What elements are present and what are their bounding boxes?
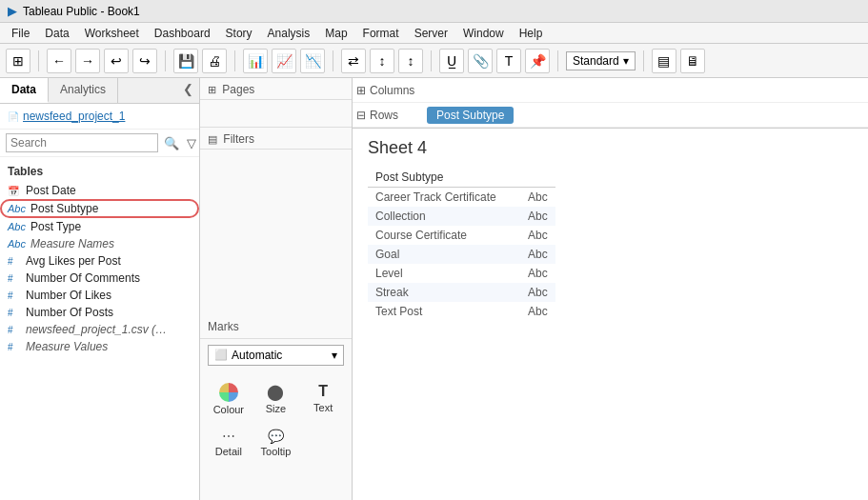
table-row: StreakAbc xyxy=(368,283,555,302)
row-name-5: Streak xyxy=(368,283,520,302)
rows-pill-post-subtype[interactable]: Post Subtype xyxy=(427,107,514,124)
tooltip-label: Tooltip xyxy=(261,446,292,457)
datasource-label[interactable]: newsfeed_project_1 xyxy=(23,110,125,123)
row-value-1: Abc xyxy=(520,207,555,226)
right-panel: ⊞ Columns ⊟ Rows Post Subtype Sheet 4 xyxy=(353,78,868,500)
main-layout: Data Analytics ❮ 📄 newsfeed_project_1 🔍 … xyxy=(0,78,868,500)
rows-shelf: ⊟ Rows Post Subtype xyxy=(353,103,868,128)
marks-buttons: Colour ⬤ Size T Text ⋯ Detail xyxy=(200,371,352,469)
row-value-5: Abc xyxy=(520,283,555,302)
menu-data[interactable]: Data xyxy=(37,25,76,42)
table-row: LevelAbc xyxy=(368,264,555,283)
toolbar-sep-1 xyxy=(38,50,39,71)
field-measure-names[interactable]: Abc Measure Names xyxy=(0,235,199,252)
menu-dashboard[interactable]: Dashboard xyxy=(147,25,218,42)
toolbar-sep-6 xyxy=(557,50,558,71)
field-num-likes[interactable]: # Number Of Likes xyxy=(0,287,199,304)
marks-detail-btn[interactable]: ⋯ Detail xyxy=(208,425,250,461)
row-value-3: Abc xyxy=(520,245,555,264)
field-measure-values[interactable]: # Measure Values xyxy=(0,338,199,355)
pages-label: ⊞ Pages xyxy=(200,78,352,100)
toolbar-pin-btn[interactable]: 📌 xyxy=(525,49,550,73)
menu-worksheet[interactable]: Worksheet xyxy=(77,25,147,42)
toolbar-chart-btn[interactable]: 📊 xyxy=(243,49,268,73)
toolbar-save-btn[interactable]: 💾 xyxy=(173,49,198,73)
toolbar-sep-5 xyxy=(431,50,432,71)
menu-analysis[interactable]: Analysis xyxy=(260,25,318,42)
detail-icon: ⋯ xyxy=(222,429,235,444)
marks-size-btn[interactable]: ⬤ Size xyxy=(255,379,297,419)
toolbar-underline-btn[interactable]: U̲ xyxy=(439,49,464,73)
pages-icon: ⊞ xyxy=(208,84,216,95)
titlebar: ▶ Tableau Public - Book1 xyxy=(0,0,868,23)
columns-label: ⊞ Columns xyxy=(356,84,423,97)
toolbar-sort2-btn[interactable]: ↕ xyxy=(398,49,423,73)
marks-section: Marks ⬜ Automatic ▾ Colour ⬤ Size xyxy=(200,315,352,501)
standard-label: Standard xyxy=(573,54,619,68)
sheet-tbody: Career Track CertificateAbcCollectionAbc… xyxy=(368,188,555,322)
search-icon[interactable]: 🔍 xyxy=(162,135,181,151)
col-header-post-subtype: Post Subtype xyxy=(368,168,555,188)
field-post-subtype[interactable]: Abc Post Subtype xyxy=(0,199,199,218)
toolbar-chart2-btn[interactable]: 📈 xyxy=(272,49,296,73)
sheet-content: Sheet 4 Post Subtype xyxy=(353,129,868,500)
colour-label: Colour xyxy=(213,404,244,415)
window-title: Tableau Public - Book1 xyxy=(23,5,140,18)
pages-section: ⊞ Pages xyxy=(200,78,352,128)
menu-story[interactable]: Story xyxy=(218,25,260,42)
filter-icon[interactable]: ▽ xyxy=(185,135,198,151)
menu-help[interactable]: Help xyxy=(512,25,551,42)
toolbar-redo-btn[interactable]: ↪ xyxy=(132,49,157,73)
text-label: Text xyxy=(313,402,333,413)
field-label-measure-values: Measure Values xyxy=(26,340,108,353)
marks-tooltip-btn[interactable]: 💬 Tooltip xyxy=(255,425,297,461)
table-row: CollectionAbc xyxy=(368,207,555,226)
tab-data[interactable]: Data xyxy=(0,78,49,103)
toolbar-back-btn[interactable]: ← xyxy=(47,49,71,73)
toolbar-grid-btn[interactable]: ⊞ xyxy=(6,49,30,73)
toolbar-sort-btn[interactable]: ↕ xyxy=(370,49,394,73)
toolbar-swap-btn[interactable]: ⇄ xyxy=(341,49,366,73)
field-post-date[interactable]: 📅 Post Date xyxy=(0,182,199,199)
toolbar-text-btn[interactable]: T xyxy=(496,49,521,73)
rows-icon: ⊟ xyxy=(356,109,366,122)
marks-label: Marks xyxy=(200,315,352,339)
field-num-posts[interactable]: # Number Of Posts xyxy=(0,304,199,321)
field-csv[interactable]: # newsfeed_project_1.csv (… xyxy=(0,321,199,338)
shelves-area: ⊞ Columns ⊟ Rows Post Subtype xyxy=(353,78,868,129)
hash-icon-num-likes: # xyxy=(8,290,21,301)
menu-file[interactable]: File xyxy=(4,25,37,42)
toolbar-bars-btn[interactable]: ▤ xyxy=(652,49,676,73)
calendar-icon: 📅 xyxy=(8,186,21,196)
menu-server[interactable]: Server xyxy=(407,25,455,42)
toolbar-undo-btn[interactable]: ↩ xyxy=(104,49,129,73)
menu-map[interactable]: Map xyxy=(317,25,354,42)
search-input[interactable] xyxy=(6,133,158,152)
row-value-6: Abc xyxy=(520,302,555,321)
toolbar-sep-7 xyxy=(643,50,644,71)
toolbar-sep-3 xyxy=(234,50,235,71)
marks-text-btn[interactable]: T Text xyxy=(302,379,344,419)
field-avg-likes[interactable]: # Avg Likes per Post xyxy=(0,252,199,270)
field-num-comments[interactable]: # Number Of Comments xyxy=(0,270,199,287)
columns-icon: ⊞ xyxy=(356,84,366,97)
marks-dropdown[interactable]: ⬜ Automatic ▾ xyxy=(208,345,344,366)
hash-icon-num-comments: # xyxy=(8,273,21,284)
toolbar-forward-btn[interactable]: → xyxy=(75,49,100,73)
center-panel: ⊞ Pages ▤ Filters Marks ⬜ Automatic ▾ xyxy=(200,78,353,500)
row-name-3: Goal xyxy=(368,245,520,264)
search-row: 🔍 ▽ ⊞ xyxy=(0,130,199,157)
toolbar-monitor-btn[interactable]: 🖥 xyxy=(680,49,705,73)
tooltip-icon: 💬 xyxy=(268,429,284,444)
abc-icon-post-type: Abc xyxy=(8,221,26,232)
tab-analytics[interactable]: Analytics xyxy=(49,78,118,103)
field-post-type[interactable]: Abc Post Type xyxy=(0,218,199,235)
menu-window[interactable]: Window xyxy=(455,25,512,42)
panel-collapse-btn[interactable]: ❮ xyxy=(177,78,199,103)
toolbar-chart3-btn[interactable]: 📉 xyxy=(300,49,325,73)
toolbar-print-btn[interactable]: 🖨 xyxy=(202,49,227,73)
toolbar-attach-btn[interactable]: 📎 xyxy=(468,49,493,73)
marks-colour-btn[interactable]: Colour xyxy=(208,379,250,419)
toolbar-standard-dropdown[interactable]: Standard ▾ xyxy=(566,51,636,70)
menu-format[interactable]: Format xyxy=(355,25,407,42)
